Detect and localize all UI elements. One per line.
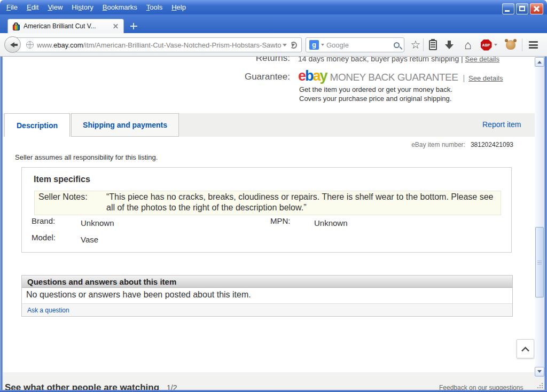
download-arrow-icon <box>445 41 454 50</box>
browser-titlebar: File Edit View History Bookmarks Tools H… <box>0 0 547 14</box>
maximize-button[interactable] <box>516 3 528 14</box>
bookmark-star-button[interactable]: ☆ <box>409 39 422 51</box>
money-back-guarantee-text: MONEY BACK GUARANTEE <box>330 72 458 83</box>
model-value: Vase <box>81 235 98 244</box>
tab-title: American Brilliant Cut V... <box>24 22 109 30</box>
menu-history[interactable]: History <box>72 3 93 11</box>
back-button[interactable] <box>4 36 21 53</box>
ask-question-link[interactable]: Ask a question <box>27 307 69 314</box>
item-specifics-title: Item specifics <box>34 175 90 184</box>
page-footer-strip: See what other people are watching1/2 Fe… <box>3 372 535 390</box>
minimize-button[interactable] <box>502 3 514 14</box>
mpn-label: MPN: <box>270 216 291 225</box>
navigation-toolbar: www.ebay.com/itm/American-Brilliant-Cut-… <box>0 33 547 57</box>
reload-icon <box>288 40 295 47</box>
menu-edit[interactable]: Edit <box>27 3 38 11</box>
listing-tab-band: Description Shipping and payments Report… <box>3 113 535 137</box>
adblock-dropdown[interactable] <box>493 39 498 51</box>
qa-empty-message: No questions or answers have been posted… <box>22 288 512 304</box>
guarantee-line2: Covers your purchase price and original … <box>299 95 451 103</box>
tab-description[interactable]: Description <box>4 113 70 137</box>
item-number-value: 381202421093 <box>471 141 513 148</box>
window-border-bottom <box>0 390 547 392</box>
window-border-right <box>544 57 547 392</box>
tab-bar: American Brilliant Cut V... <box>0 14 547 33</box>
hamburger-icon <box>529 41 538 49</box>
toolbar-separator <box>522 38 522 51</box>
browser-scrollbar[interactable] <box>535 57 544 377</box>
bookmarks-menu-button[interactable] <box>427 39 439 51</box>
new-tab-button[interactable] <box>128 21 140 31</box>
window-border-left <box>0 57 3 392</box>
menu-view[interactable]: View <box>48 3 62 11</box>
guarantee-line1: Get the item you ordered or get your mon… <box>299 85 452 93</box>
addon-button[interactable] <box>505 39 517 51</box>
carousel-pager: 1/2 <box>167 383 177 390</box>
reload-button[interactable] <box>290 42 297 49</box>
scrollbar-up-button[interactable] <box>535 57 544 67</box>
url-dropdown-icon[interactable] <box>283 44 287 49</box>
adblock-button[interactable]: ABP <box>480 39 493 51</box>
back-arrow-icon <box>7 42 14 48</box>
feedback-suggestions-link[interactable]: Feedback on our suggestions <box>439 384 523 390</box>
url-bar[interactable]: www.ebay.com/itm/American-Brilliant-Cut-… <box>14 37 302 52</box>
report-item-link[interactable]: Report item <box>482 120 521 129</box>
home-icon: ⌂ <box>464 39 472 51</box>
engine-dropdown-icon[interactable] <box>321 44 324 48</box>
item-specifics-box: Item specifics Seller Notes: “This piece… <box>21 167 512 253</box>
returns-label: Returns: <box>3 57 290 64</box>
tab-shipping-payments[interactable]: Shipping and payments <box>71 113 179 137</box>
search-input[interactable] <box>326 41 392 49</box>
questions-answers-box: Questions and answers about this item No… <box>21 275 513 317</box>
item-number-label: eBay item number: <box>411 141 465 148</box>
close-button[interactable] <box>530 3 543 14</box>
related-carousel-heading: See what other people are watching1/2 <box>5 382 177 390</box>
google-engine-icon[interactable]: g <box>309 40 319 50</box>
ebay-logo: ebay <box>298 69 327 83</box>
app-menu-button[interactable] <box>527 39 539 51</box>
downloads-button[interactable] <box>444 39 455 51</box>
menu-bar: File Edit View History Bookmarks Tools H… <box>0 3 186 11</box>
brand-value: Unknown <box>81 218 114 228</box>
menu-file[interactable]: File <box>6 3 18 11</box>
star-icon: ☆ <box>411 40 421 50</box>
page-content: Returns: 14 days money back, buyer pays … <box>3 57 535 390</box>
seller-responsibility-text: Seller assumes all responsibility for th… <box>15 153 158 161</box>
mpn-value: Unknown <box>314 218 348 228</box>
seller-notes-label: Seller Notes: <box>38 192 88 202</box>
tab-close-icon[interactable] <box>112 23 119 30</box>
seller-notes-text: “This piece has no cracks, breaks, cloud… <box>106 192 502 213</box>
resize-corner[interactable] <box>535 377 544 390</box>
thumb-grip-icon <box>537 261 542 261</box>
guarantee-see-details-link[interactable]: See details <box>468 74 503 82</box>
url-text: www.ebay.com/itm/American-Brilliant-Cut-… <box>37 41 282 49</box>
search-bar[interactable]: g <box>306 37 404 52</box>
globe-icon <box>26 41 34 49</box>
scrollbar-thumb[interactable] <box>535 227 544 297</box>
returns-value: 14 days money back, buyer pays return sh… <box>298 57 499 63</box>
search-magnifier-icon[interactable] <box>394 42 400 48</box>
seller-notes-row: Seller Notes: “This piece has no cracks,… <box>34 191 501 215</box>
triangle-up-icon <box>537 59 542 64</box>
qa-header: Questions and answers about this item <box>22 276 512 288</box>
guarantee-label: Guarantee: <box>3 72 290 82</box>
returns-see-details-link[interactable]: See details <box>465 57 499 63</box>
chevron-down-icon <box>494 44 497 48</box>
brand-label: Brand: <box>32 216 55 225</box>
scroll-to-top-button[interactable] <box>517 339 534 358</box>
ebay-favicon-icon <box>12 22 20 30</box>
menu-bookmarks[interactable]: Bookmarks <box>103 3 137 11</box>
window-controls <box>502 3 543 14</box>
item-number-row: eBay item number:381202421093 <box>411 141 513 148</box>
scrollbar-down-button[interactable] <box>535 367 544 377</box>
maximize-icon <box>519 6 525 11</box>
menu-tools[interactable]: Tools <box>146 3 162 11</box>
monkey-addon-icon <box>506 40 515 50</box>
browser-tab[interactable]: American Brilliant Cut V... <box>7 19 124 33</box>
home-button[interactable]: ⌂ <box>462 39 474 51</box>
guarantee-row: ebay MONEY BACK GUARANTEE | See details <box>298 69 503 83</box>
minimize-icon <box>505 10 510 12</box>
menu-help[interactable]: Help <box>171 3 186 11</box>
toolbar-separator <box>423 38 424 51</box>
resize-grip-icon <box>542 387 543 388</box>
